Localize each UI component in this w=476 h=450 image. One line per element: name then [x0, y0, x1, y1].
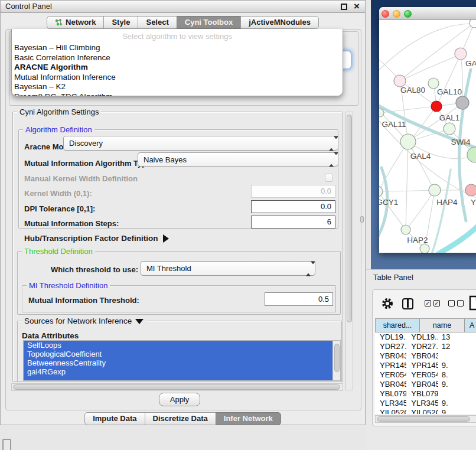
tab-discretize-data[interactable]: Discretize Data — [145, 412, 216, 425]
table-cell[interactable]: YBL079W — [375, 389, 406, 399]
table-cell[interactable]: YLR345W — [375, 399, 406, 408]
tab-style[interactable]: Style — [103, 16, 138, 29]
splitpane-divider-handle[interactable] — [360, 216, 364, 223]
network-node-unlabeled[interactable] — [420, 244, 429, 253]
algorithm-option[interactable]: Mutual Information Inference — [12, 73, 343, 83]
table-horizontal-scrollbar[interactable] — [375, 415, 476, 423]
tab-cyni-toolbox[interactable]: Cyni Toolbox — [177, 16, 241, 29]
table-cell[interactable]: YBR043C — [375, 351, 406, 361]
network-edge[interactable] — [438, 224, 476, 253]
algorithm-option[interactable]: Bayesian – Hill Climbing — [12, 43, 343, 53]
float-window-icon[interactable] — [341, 4, 347, 10]
network-node-unlabeled[interactable] — [456, 96, 469, 109]
data-attribute-item[interactable]: BetweennessCentrality — [24, 358, 340, 367]
network-node-GAL80[interactable] — [394, 75, 406, 87]
select-all-checks-icon[interactable]: ✓ ✓ — [425, 300, 440, 306]
zoom-traffic-light[interactable] — [404, 10, 412, 18]
table-cell[interactable]: 8. — [438, 370, 476, 380]
table-cell[interactable]: YIL052C — [406, 408, 438, 414]
network-node-Y[interactable] — [465, 184, 476, 196]
which-threshold-combobox[interactable]: MI Threshold — [141, 261, 315, 276]
table-cell[interactable]: YDL19... — [406, 332, 438, 342]
sources-toggle[interactable]: Sources for Network Inference — [22, 317, 146, 325]
network-node-GAL1[interactable] — [444, 123, 455, 135]
minimized-panel-icon[interactable] — [2, 439, 11, 450]
tab-network[interactable]: Network — [47, 16, 104, 29]
tab-jactivemnodules[interactable]: jActiveMNodules — [240, 16, 319, 29]
file-icon[interactable] — [468, 295, 476, 311]
tab-select[interactable]: Select — [138, 16, 177, 29]
deselect-all-checks-icon[interactable] — [448, 300, 464, 306]
minimize-traffic-light[interactable] — [393, 10, 400, 18]
network-node-GAL4[interactable] — [400, 134, 416, 149]
data-attribute-item[interactable]: gal4RGexp — [24, 367, 340, 376]
table-cell[interactable]: YDL19... — [375, 332, 406, 342]
network-canvas[interactable]: GAL7GAL80GAL10GAL1SWI4GAL11GAL4GCY1HAP4Y… — [379, 20, 476, 253]
algorithm-option[interactable]: ARACNE Algorithm — [12, 63, 343, 73]
table-row[interactable]: YER054CYER054C8. — [375, 370, 476, 380]
network-edge[interactable] — [406, 142, 408, 229]
table-cell[interactable]: 9 — [438, 408, 476, 414]
network-node-unlabeled[interactable] — [431, 101, 442, 112]
table-row[interactable]: YBR045CYBR045C9. — [375, 380, 476, 389]
network-edge[interactable] — [379, 142, 408, 191]
table-cell[interactable]: YDR27... — [375, 342, 406, 351]
mi-steps-field[interactable]: 6 — [251, 216, 335, 229]
list-scrollbar[interactable] — [332, 341, 340, 380]
network-edge[interactable] — [432, 169, 451, 253]
apply-button[interactable]: Apply — [159, 393, 200, 406]
table-cell[interactable]: 12 — [438, 342, 476, 351]
table-cell[interactable]: YPR145W — [406, 361, 438, 370]
data-attribute-item[interactable]: SelfLoops — [24, 341, 340, 350]
table-row[interactable]: YIL052CYIL052C9 — [375, 408, 476, 414]
table-cell[interactable]: YIL052C — [375, 408, 406, 414]
network-edge[interactable] — [408, 142, 434, 190]
aracne-mode-combobox[interactable]: Discovery — [63, 136, 338, 151]
network-node-SWI4[interactable] — [467, 147, 476, 162]
table-row[interactable]: YBR043CYBR043C — [375, 351, 476, 361]
network-edge[interactable] — [381, 106, 436, 113]
network-edge[interactable] — [401, 54, 461, 80]
table-cell[interactable]: YPR145W — [375, 361, 406, 370]
table-cell[interactable] — [438, 389, 476, 399]
column-header-name[interactable]: name — [420, 318, 465, 332]
table-horizontal-scrollbar-thumb[interactable] — [377, 416, 470, 422]
close-icon[interactable]: × — [354, 1, 360, 12]
table-cell[interactable]: YLR345W — [406, 399, 438, 408]
table-row[interactable]: YDL19...YDL19...13 — [375, 332, 476, 342]
network-edge[interactable] — [379, 24, 473, 70]
settings-horizontal-scrollbar-thumb[interactable] — [13, 384, 340, 390]
hub-definition-toggle[interactable]: Hub/Transcription Factor Definition — [24, 234, 169, 243]
network-node-unlabeled[interactable] — [470, 20, 476, 28]
table-row[interactable]: YDR27...YDR27...12 — [375, 342, 476, 351]
column-header-clipped[interactable]: A — [465, 318, 476, 332]
settings-vertical-scrollbar[interactable] — [345, 112, 353, 390]
algorithm-option[interactable]: Bayesian – K2 — [12, 82, 343, 92]
columns-icon[interactable] — [402, 298, 413, 309]
close-traffic-light[interactable] — [382, 10, 389, 18]
dpi-tolerance-field[interactable]: 0.0 — [251, 200, 335, 213]
network-node-GAL7[interactable] — [455, 48, 467, 60]
network-node-HAP4[interactable] — [429, 184, 441, 196]
table-cell[interactable] — [438, 351, 476, 361]
column-header-shared-name[interactable]: shared... — [375, 318, 420, 332]
table-cell[interactable]: 9. — [438, 380, 476, 389]
settings-horizontal-scrollbar[interactable] — [11, 383, 343, 391]
network-node-GCY1[interactable] — [379, 186, 383, 197]
algorithm-option[interactable]: Basic Correlation Inference — [12, 53, 343, 63]
mi-algorithm-type-combobox[interactable]: Naive Bayes — [138, 152, 338, 167]
network-node-GAL11[interactable] — [379, 109, 384, 117]
network-edge[interactable] — [407, 190, 435, 229]
table-row[interactable]: YLR345WYLR345W9. — [375, 399, 476, 408]
network-window-titlebar[interactable] — [379, 7, 476, 20]
table-cell[interactable]: YBR043C — [406, 351, 438, 361]
kernel-width-field[interactable]: 0.0 — [251, 185, 335, 198]
table-row[interactable]: YBL079WYBL079W — [375, 389, 476, 399]
gear-icon[interactable] — [381, 297, 394, 310]
network-node-HAP2[interactable] — [401, 225, 410, 234]
table-cell[interactable]: YER054C — [375, 370, 406, 380]
table-cell[interactable]: 9. — [438, 399, 476, 408]
table-cell[interactable]: YBR045C — [375, 380, 406, 389]
algorithm-option[interactable]: Dream8 DC_TDC Algorithm — [12, 92, 343, 97]
data-attributes-list[interactable]: SelfLoopsTopologicalCoefficientBetweenne… — [23, 340, 341, 381]
